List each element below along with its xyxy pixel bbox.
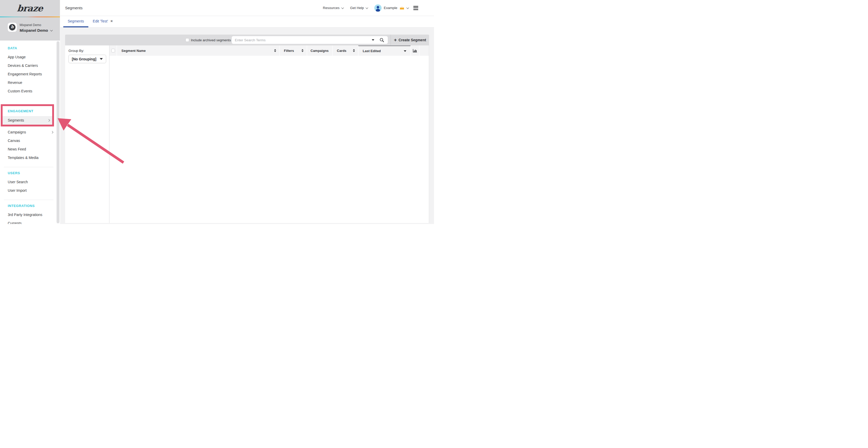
sidebar-section-title-integrations: INTEGRATIONS	[0, 203, 57, 208]
sidebar-item-news-feed[interactable]: News Feed	[0, 145, 57, 153]
group-by-label: Group By:	[68, 49, 84, 53]
column-header-spacer	[419, 45, 429, 56]
table-body-empty	[110, 56, 429, 223]
column-header-analytics[interactable]	[410, 45, 419, 56]
sidebar-section-integrations: INTEGRATIONS 3rd Party Integrations Curr…	[0, 203, 57, 224]
chevron-down-icon	[366, 6, 368, 9]
segments-content: Include archived segments + Create Segme…	[60, 28, 434, 223]
sidebar-item-campaigns[interactable]: Campaigns	[0, 128, 57, 137]
tab-segments[interactable]: Segments	[63, 16, 88, 27]
column-label: Cards	[337, 49, 346, 53]
user-name: Example	[383, 6, 397, 10]
sidebar-item-label: News Feed	[8, 147, 26, 151]
sidebar-item-segments[interactable]: Segments	[3, 116, 52, 125]
segments-table: Segment Name Filters Campaigns Cards	[109, 45, 429, 223]
sidebar-item-user-import[interactable]: User Import	[0, 186, 57, 195]
sidebar-item-label: Currents	[8, 221, 22, 224]
sidebar-scrollbar-thumb[interactable]	[57, 41, 59, 223]
workspace-app-icon: b	[8, 23, 17, 32]
sidebar-item-canvas[interactable]: Canvas	[0, 137, 57, 145]
sidebar-item-3rd-party-integrations[interactable]: 3rd Party Integrations	[0, 211, 57, 219]
sort-icon	[302, 49, 304, 52]
search-input[interactable]	[232, 36, 388, 44]
column-header-filters[interactable]: Filters	[279, 45, 307, 56]
avatar	[374, 4, 381, 12]
sidebar-item-label: Devices & Carriers	[8, 64, 38, 68]
sidebar-item-label: User Import	[8, 188, 27, 193]
group-by-value: [No Grouping]	[72, 57, 96, 61]
workspace-app-badge-letter: b	[9, 24, 16, 30]
column-label: Last Edited	[363, 49, 381, 53]
sidebar: braze b Mixpanel Demo Mixpanel Demo DATA…	[0, 0, 60, 224]
sidebar-item-currents[interactable]: Currents	[0, 219, 57, 224]
workspace-name: Mixpanel Demo	[20, 28, 48, 33]
sidebar-item-label: 3rd Party Integrations	[8, 213, 42, 217]
sidebar-section-title-engagement: ENGAGEMENT	[3, 109, 52, 114]
sidebar-item-devices-carriers[interactable]: Devices & Carriers	[0, 61, 57, 70]
sidebar-item-label: User Search	[8, 180, 28, 184]
column-header-campaigns[interactable]: Campaigns	[307, 45, 332, 56]
annotation-highlight-box: ENGAGEMENT Segments	[1, 104, 54, 127]
close-icon[interactable]: ✖	[110, 20, 113, 23]
workspace-switcher[interactable]: b Mixpanel Demo Mixpanel Demo	[0, 17, 60, 40]
workspace-app-label: Mixpanel Demo	[20, 23, 52, 27]
sidebar-item-engagement-reports[interactable]: Engagement Reports	[0, 70, 57, 78]
chevron-down-icon	[341, 6, 344, 9]
sidebar-section-users: USERS User Search User Import	[0, 171, 57, 195]
sidebar-item-templates-media[interactable]: Templates & Media	[0, 153, 57, 162]
sidebar-item-label: Revenue	[8, 80, 22, 84]
sidebar-nav: DATA App Usage Devices & Carriers Engage…	[0, 42, 57, 224]
sidebar-item-revenue[interactable]: Revenue	[0, 78, 57, 87]
sort-desc-caret-icon	[404, 50, 406, 52]
chevron-right-icon	[51, 131, 54, 134]
segments-toolbar: Include archived segments + Create Segme…	[65, 35, 429, 45]
crown-icon	[399, 6, 405, 10]
include-archived-label: Include archived segments	[191, 38, 231, 42]
sidebar-section-title-users: USERS	[0, 171, 57, 176]
sidebar-section-engagement: ENGAGEMENT Segments Campaigns Canvas New…	[0, 104, 57, 162]
sidebar-section-title-data: DATA	[0, 46, 57, 51]
sidebar-item-user-search[interactable]: User Search	[0, 178, 57, 186]
topbar-right: Resources Get Help	[323, 4, 419, 12]
sidebar-item-label: Canvas	[8, 139, 20, 143]
chevron-down-icon	[406, 6, 409, 9]
column-label: Segment Name	[121, 49, 146, 53]
group-by-dropdown[interactable]: [No Grouping]	[68, 55, 106, 63]
column-header-segment-name[interactable]: Segment Name	[117, 45, 279, 56]
group-by-panel: Group By: [No Grouping]	[65, 45, 109, 223]
create-segment-button[interactable]: + Create Segment	[391, 35, 429, 45]
resources-label: Resources	[323, 6, 340, 10]
sidebar-scrollbar-track	[57, 40, 60, 224]
get-help-menu[interactable]: Get Help	[350, 6, 368, 10]
sidebar-item-app-usage[interactable]: App Usage	[0, 53, 57, 61]
include-archived-checkbox[interactable]	[185, 38, 189, 42]
search-dropdown-caret-icon[interactable]	[372, 39, 374, 41]
workspace-texts: Mixpanel Demo Mixpanel Demo	[20, 23, 52, 33]
hamburger-menu-icon[interactable]	[412, 5, 419, 11]
chevron-down-icon	[50, 29, 53, 32]
select-all-checkbox[interactable]	[111, 49, 115, 53]
get-help-label: Get Help	[350, 6, 364, 10]
select-all-cell	[110, 45, 117, 56]
column-header-cards[interactable]: Cards	[332, 45, 358, 56]
sidebar-item-label: Campaigns	[8, 130, 26, 134]
tab-edit-test[interactable]: Edit 'Test' ✖	[88, 16, 117, 27]
sidebar-item-custom-events[interactable]: Custom Events	[0, 87, 57, 96]
plus-icon: +	[394, 37, 397, 42]
braze-logo: braze	[17, 3, 43, 13]
sidebar-item-label: Engagement Reports	[8, 72, 42, 76]
bar-chart-icon	[413, 49, 417, 53]
create-segment-label: Create Segment	[399, 38, 426, 42]
column-header-last-edited[interactable]: Last Edited	[358, 45, 410, 56]
sidebar-item-label: Custom Events	[8, 89, 32, 93]
top-header: Segments Resources Get Help	[60, 0, 434, 16]
caret-down-icon	[100, 58, 103, 60]
braze-dashboard: braze b Mixpanel Demo Mixpanel Demo DATA…	[0, 0, 434, 224]
sidebar-section-data: DATA App Usage Devices & Carriers Engage…	[0, 42, 57, 96]
column-label: Campaigns	[311, 49, 329, 53]
resources-menu[interactable]: Resources	[323, 6, 344, 10]
user-menu[interactable]: Example	[374, 4, 408, 12]
tab-label: Edit 'Test'	[93, 19, 108, 23]
search-icon[interactable]	[379, 38, 384, 42]
table-header-row: Segment Name Filters Campaigns Cards	[110, 45, 429, 56]
